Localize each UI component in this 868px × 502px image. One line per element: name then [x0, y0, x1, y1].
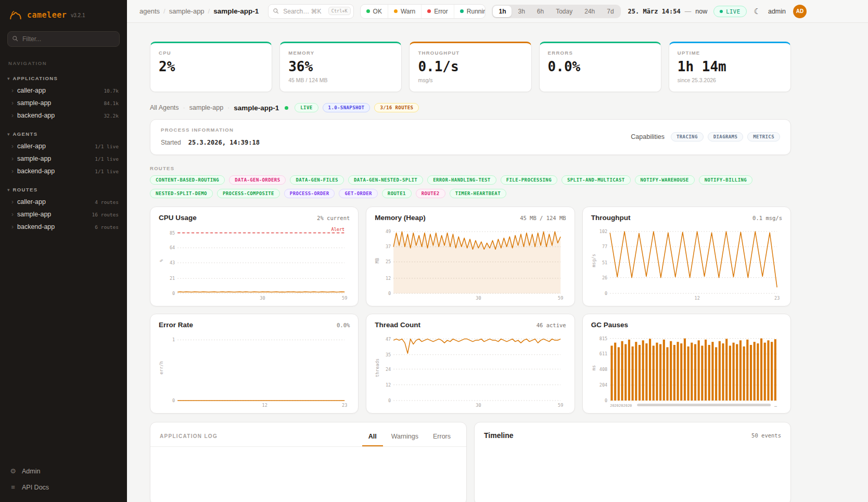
route-chip-error-handling-test[interactable]: ERROR-HANDLING-TEST: [427, 175, 496, 185]
svg-text:51: 51: [602, 260, 607, 265]
sidebar-item-caller-app[interactable]: ›caller-app4 routes: [0, 196, 127, 208]
breadcrumb-item-sample-app-1[interactable]: sample-app-1: [213, 7, 259, 15]
chevron-right-icon: ›: [11, 211, 14, 217]
status-filter-error[interactable]: Error: [421, 5, 454, 18]
chevron-right-icon: ›: [11, 168, 14, 174]
kpi-label: CPU: [159, 50, 263, 56]
agent-breadcrumb-item-sample-app[interactable]: sample-app: [189, 104, 223, 111]
gc-x-scrollbar[interactable]: [637, 404, 771, 406]
kpi-label: THROUGHPUT: [418, 50, 522, 56]
sidebar-footer-api-docs[interactable]: ≡API Docs: [9, 480, 118, 495]
svg-text:12: 12: [262, 403, 267, 408]
time-range-24h[interactable]: 24h: [579, 6, 601, 17]
gear-icon: ⚙: [9, 467, 17, 475]
route-chip-process-composite[interactable]: PROCESS-COMPOSITE: [217, 189, 280, 198]
sidebar-footer-admin[interactable]: ⚙Admin: [9, 464, 118, 479]
status-filter-ok[interactable]: OK: [361, 5, 388, 18]
svg-text:815: 815: [599, 336, 607, 341]
chevron-right-icon: ›: [11, 156, 14, 162]
search-icon: [273, 8, 279, 14]
chart-meta: 46 active: [537, 322, 566, 328]
route-chip-file-processing[interactable]: FILE-PROCESSING: [501, 175, 557, 185]
charts-grid: CPU Usage2% current021436485%3059AlertMe…: [150, 207, 791, 414]
svg-text:408: 408: [599, 367, 607, 372]
sidebar-item-caller-app[interactable]: ›caller-app1/1 live: [0, 140, 127, 152]
sidebar-item-meta: 1/1 live: [95, 169, 119, 174]
time-range-6h[interactable]: 6h: [531, 6, 550, 17]
sidebar-item-name: caller-app: [17, 198, 46, 205]
route-chip-timer-heartbeat[interactable]: TIMER-HEARTBEAT: [450, 189, 506, 198]
svg-text:0: 0: [172, 291, 175, 296]
route-chip-content-based-routing[interactable]: CONTENT-BASED-ROUTING: [150, 175, 225, 185]
time-range-today[interactable]: Today: [550, 6, 578, 17]
search-shortcut-kbd: Ctrl+K: [328, 7, 351, 15]
route-chip-route2[interactable]: ROUTE2: [416, 189, 445, 198]
svg-text:0: 0: [605, 291, 607, 296]
agent-breadcrumb-item-sample-app-1[interactable]: sample-app-1: [234, 104, 279, 112]
breadcrumb-separator: /: [208, 7, 210, 15]
svg-text:102: 102: [599, 229, 607, 234]
chart-header: CPU Usage2% current: [159, 214, 350, 222]
time-range-1h[interactable]: 1h: [493, 6, 512, 17]
route-chip-split-and-multicast[interactable]: SPLIT-AND-MULTICAST: [561, 175, 631, 185]
chart-meta: 0.1 msg/s: [752, 215, 782, 221]
avatar[interactable]: AD: [793, 5, 807, 18]
log-tab-all[interactable]: All: [362, 430, 383, 446]
sidebar-item-caller-app[interactable]: ›caller-app10.7k: [0, 84, 127, 97]
breadcrumb-item-agents[interactable]: agents: [139, 7, 160, 15]
time-range-group: 1h3h6hToday24h7d: [492, 5, 620, 18]
route-chip-nested-split-demo[interactable]: NESTED-SPLIT-DEMO: [150, 189, 213, 198]
breadcrumb-separator: /: [163, 7, 165, 15]
sidebar-filter-input[interactable]: [7, 31, 120, 47]
route-chip-data-gen-nested-split[interactable]: DATA-GEN-NESTED-SPLIT: [348, 175, 423, 185]
chevron-right-icon: ›: [11, 143, 14, 149]
route-chip-notify-warehouse[interactable]: NOTIFY-WAREHOUSE: [635, 175, 695, 185]
kpi-value: 0.0%: [548, 59, 653, 74]
sidebar-item-sample-app[interactable]: ›sample-app16 routes: [0, 208, 127, 221]
route-chip-notify-billing[interactable]: NOTIFY-BILLING: [699, 175, 752, 185]
status-filter-warn[interactable]: Warn: [388, 5, 421, 18]
menu-icon: ≡: [9, 483, 17, 491]
route-chip-data-gen-files[interactable]: DATA-GEN-FILES: [290, 175, 343, 185]
kpi-value: 1h 14m: [678, 59, 782, 74]
log-tab-warnings[interactable]: Warnings: [385, 430, 425, 446]
route-chip-route1[interactable]: ROUTE1: [382, 189, 412, 198]
route-chip-process-order[interactable]: PROCESS-ORDER: [284, 189, 335, 198]
svg-text:77: 77: [602, 244, 607, 249]
route-chip-data-gen-orders[interactable]: DATA-GEN-ORDERS: [229, 175, 286, 185]
sidebar-item-backend-app[interactable]: ›backend-app1/1 live: [0, 165, 127, 177]
capabilities-list: TRACINGDIAGRAMSMETRICS: [671, 132, 780, 141]
sidebar-item-backend-app[interactable]: ›backend-app6 routes: [0, 221, 127, 233]
breadcrumb-item-sample-app[interactable]: sample-app: [169, 7, 205, 15]
live-badge[interactable]: LIVE: [713, 6, 746, 17]
status-filter-running[interactable]: Running: [454, 5, 486, 18]
time-range-3h[interactable]: 3h: [512, 6, 530, 17]
time-range-7d[interactable]: 7d: [601, 6, 619, 17]
chart-title: Throughput: [591, 214, 631, 222]
sidebar-section-header[interactable]: ▾AGENTS: [0, 130, 127, 138]
kpi-sub: msg/s: [418, 77, 522, 83]
kpi-card-throughput: THROUGHPUT0.1/smsg/s: [409, 42, 531, 92]
log-tab-errors[interactable]: Errors: [427, 430, 457, 446]
theme-toggle-button[interactable]: ☾: [754, 7, 761, 16]
sidebar-item-sample-app[interactable]: ›sample-app84.1k: [0, 97, 127, 109]
chevron-right-icon: ›: [11, 224, 14, 230]
chart-card-thread-count: Thread Count46 active012243547threads305…: [366, 314, 575, 414]
app-logo[interactable]: cameleer v3.2.1: [0, 0, 127, 26]
chart-card-memory-heap-: Memory (Heap)45 MB / 124 MB012253749MB30…: [366, 207, 575, 306]
date-range-picker[interactable]: 25. März 14:54 — now: [628, 8, 708, 15]
sidebar-item-name: sample-app: [17, 99, 51, 107]
route-chip-get-order[interactable]: GET-ORDER: [339, 189, 377, 198]
kpi-card-uptime: UPTIME1h 14msince 25.3.2026: [669, 42, 791, 92]
sidebar-section-header[interactable]: ▾ROUTES: [0, 186, 127, 194]
agent-breadcrumb-item-all-agents[interactable]: All Agents: [150, 104, 179, 111]
started-label: Started: [161, 139, 181, 146]
sidebar-item-sample-app[interactable]: ›sample-app1/1 live: [0, 152, 127, 165]
chart-plot-error-rate: 01err/h1223: [159, 330, 350, 409]
chart-meta: 2% current: [317, 215, 350, 221]
svg-text:threads: threads: [375, 358, 380, 377]
breadcrumb: agents/sample-app/sample-app-1: [139, 7, 259, 15]
sidebar-item-backend-app[interactable]: ›backend-app32.2k: [0, 109, 127, 122]
sidebar-section-header[interactable]: ▾APPLICATIONS: [0, 74, 127, 82]
timeline-events-count: 50 events: [751, 432, 781, 439]
